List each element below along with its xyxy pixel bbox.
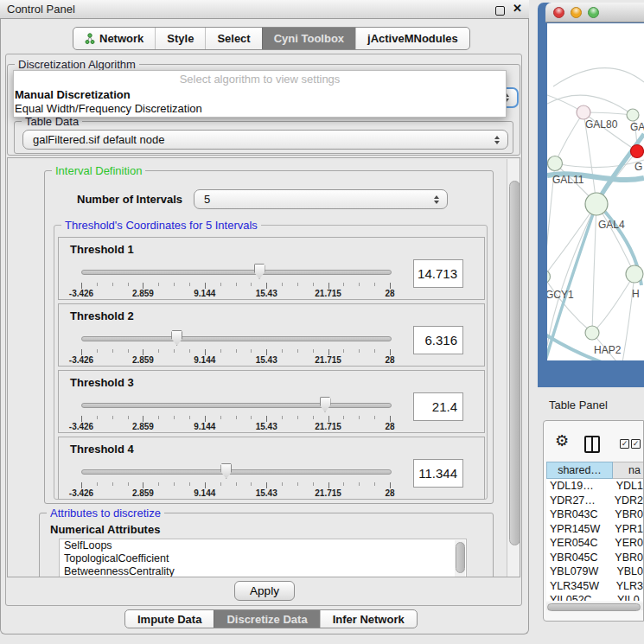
attribute-list-item[interactable]: TopologicalCoefficient bbox=[60, 552, 466, 565]
table-row[interactable]: YBR045CYBR0 bbox=[546, 551, 643, 565]
threshold-panel: Threshold 1-3.4262.8599.14415.4321.71528… bbox=[58, 237, 485, 300]
numerical-attributes-list[interactable]: SelfLoopsTopologicalCoefficientBetweenne… bbox=[59, 539, 467, 577]
tick-mark bbox=[343, 349, 344, 353]
network-node[interactable] bbox=[631, 145, 644, 158]
network-node[interactable] bbox=[547, 271, 551, 284]
tab-impute-data[interactable]: Impute Data bbox=[125, 610, 214, 628]
tick-mark bbox=[359, 283, 360, 286]
close-icon[interactable]: ✕ bbox=[513, 2, 522, 15]
network-node[interactable] bbox=[626, 265, 643, 283]
slider-handle[interactable] bbox=[171, 330, 182, 346]
tick-mark bbox=[97, 349, 98, 353]
discretization-algorithm-group-title: Discretization Algorithm bbox=[15, 58, 139, 71]
algorithm-option[interactable]: Manual Discretization bbox=[14, 88, 506, 102]
minimize-traffic-light-icon[interactable] bbox=[571, 7, 582, 18]
tick-mark bbox=[189, 283, 190, 286]
tick-mark bbox=[128, 416, 129, 419]
tick-mark bbox=[236, 416, 237, 419]
slider-track[interactable] bbox=[81, 403, 392, 408]
network-node[interactable] bbox=[585, 326, 599, 340]
network-node-label: GAL11 bbox=[552, 174, 584, 186]
tick-label: -3.426 bbox=[69, 488, 93, 498]
apply-button[interactable]: Apply bbox=[234, 581, 295, 601]
table-row[interactable]: YBL079WYBL0 bbox=[546, 564, 643, 579]
tick-mark bbox=[97, 416, 98, 419]
threshold-value-field[interactable]: 21.4 bbox=[413, 392, 463, 421]
table-row[interactable]: YDR27…YDR2 bbox=[546, 494, 643, 508]
table-row[interactable]: YBR043CYBR0 bbox=[546, 507, 643, 522]
threshold-value-field[interactable]: 14.713 bbox=[413, 259, 463, 288]
desktop: Control Panel ✕ NetworkStyleSelectCyni T… bbox=[0, 0, 644, 644]
attribute-list-item[interactable]: BetweennessCentrality bbox=[60, 565, 466, 577]
slider-track[interactable] bbox=[81, 336, 392, 341]
slider-handle[interactable] bbox=[320, 397, 331, 412]
table-data-combo[interactable]: galFiltered.sif default node bbox=[22, 130, 508, 150]
table-row[interactable]: YDL19…YDL1 bbox=[546, 479, 643, 494]
tick-label: 9.144 bbox=[194, 289, 215, 298]
scrollbar-thumb[interactable] bbox=[547, 603, 641, 611]
tab-select[interactable]: Select bbox=[205, 28, 261, 49]
attributes-scrollbar[interactable] bbox=[455, 540, 465, 577]
gear-icon[interactable]: ⚙ bbox=[555, 431, 569, 450]
slider-handle[interactable] bbox=[220, 463, 232, 479]
table-row[interactable]: YER054CYER0 bbox=[546, 536, 643, 551]
algorithm-dropdown-popup: Select algorithm to view settings Manual… bbox=[13, 70, 507, 118]
table-row[interactable]: YLR345WYLR3 bbox=[546, 579, 643, 594]
column-header-shared-name[interactable]: shared… bbox=[546, 462, 613, 479]
tick-mark bbox=[220, 482, 221, 486]
tick-mark bbox=[328, 283, 329, 289]
combo-arrows-icon bbox=[494, 136, 500, 144]
checkbox-icon[interactable]: ✓ bbox=[620, 439, 629, 449]
slider-track[interactable] bbox=[81, 469, 392, 475]
tab-jactivemnodules[interactable]: jActiveMNodules bbox=[355, 28, 469, 49]
tick-label: 28 bbox=[385, 488, 394, 498]
tick-label: 9.144 bbox=[194, 488, 215, 498]
tab-label: Discretize Data bbox=[226, 613, 307, 626]
table-row[interactable]: YPR145WYPR1 bbox=[546, 522, 643, 537]
cell-name: YBR0 bbox=[610, 552, 643, 564]
tab-infer-network[interactable]: Infer Network bbox=[320, 610, 417, 628]
tick-label: 9.144 bbox=[194, 422, 215, 431]
tick-mark bbox=[282, 482, 283, 486]
network-node[interactable] bbox=[577, 105, 590, 119]
threshold-value-field[interactable]: 6.316 bbox=[413, 326, 463, 354]
tick-mark bbox=[174, 349, 175, 353]
network-node[interactable] bbox=[548, 156, 563, 171]
tab-network[interactable]: Network bbox=[73, 28, 155, 49]
tick-mark bbox=[143, 482, 143, 488]
slider-track[interactable] bbox=[81, 270, 392, 275]
checkbox-icon[interactable]: ✓ bbox=[631, 439, 641, 449]
tick-mark bbox=[205, 482, 206, 488]
attribute-list-item[interactable]: SelfLoops bbox=[60, 539, 466, 552]
network-canvas[interactable]: GAGAL80GGAL11GAL4GCY1HHAP2 bbox=[547, 23, 644, 360]
settings-scrollbar[interactable] bbox=[507, 159, 520, 577]
network-node-label: GAL80 bbox=[585, 118, 618, 131]
table-row[interactable]: YIL052CYIL0 bbox=[546, 593, 643, 601]
split-columns-icon[interactable] bbox=[584, 436, 600, 453]
number-of-intervals-combo[interactable]: 5 bbox=[194, 189, 448, 209]
table-horizontal-scrollbar[interactable] bbox=[546, 603, 643, 610]
tick-mark bbox=[297, 416, 298, 419]
float-window-icon[interactable] bbox=[495, 6, 505, 16]
tab-discretize-data[interactable]: Discretize Data bbox=[214, 610, 319, 628]
slider-handle[interactable] bbox=[254, 264, 265, 279]
tab-cyni-toolbox[interactable]: Cyni Toolbox bbox=[262, 28, 355, 49]
column-header-name[interactable]: na bbox=[613, 462, 644, 479]
tick-mark bbox=[297, 349, 298, 353]
tick-mark bbox=[343, 283, 344, 286]
cell-name: YPR1 bbox=[610, 523, 643, 535]
scrollbar-thumb[interactable] bbox=[509, 181, 520, 545]
tick-mark bbox=[189, 482, 190, 486]
network-edge bbox=[547, 204, 596, 277]
threshold-value-field[interactable]: 11.344 bbox=[413, 459, 463, 488]
network-node[interactable] bbox=[627, 109, 639, 121]
tick-mark bbox=[236, 482, 237, 486]
cell-name: YDL1 bbox=[612, 480, 643, 492]
close-traffic-light-icon[interactable] bbox=[553, 7, 564, 18]
tab-style[interactable]: Style bbox=[155, 28, 205, 49]
table-panel-title: Table Panel bbox=[549, 399, 608, 411]
network-node[interactable] bbox=[585, 193, 608, 215]
algorithm-option[interactable]: Equal Width/Frequency Discretization bbox=[14, 102, 506, 116]
zoom-traffic-light-icon[interactable] bbox=[588, 7, 599, 18]
tick-mark bbox=[266, 482, 267, 488]
